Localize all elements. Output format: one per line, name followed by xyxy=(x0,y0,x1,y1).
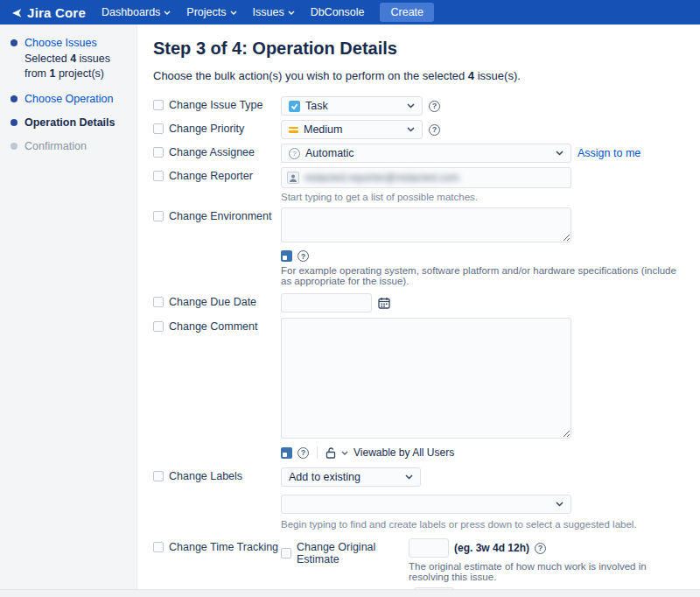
step-bullet-icon xyxy=(10,95,18,102)
assignee-select[interactable]: ? Automatic xyxy=(281,144,571,163)
environment-textarea[interactable] xyxy=(281,207,571,242)
jira-logo-icon: ➤ xyxy=(12,7,22,18)
nav-dbconsole-label: DbConsole xyxy=(311,6,365,18)
change-assignee-checkbox[interactable] xyxy=(153,147,164,158)
row-change-original-estimate: Change Original Estimate (eg. 3w 4d 12h)… xyxy=(281,538,679,582)
row-change-issue-type: Change Issue Type Task ? xyxy=(153,96,679,116)
step-choose-operation: Choose Operation xyxy=(10,93,130,105)
chevron-down-icon xyxy=(405,474,413,480)
labels-picker-select[interactable] xyxy=(281,495,571,514)
step-bullet-icon xyxy=(10,119,18,126)
task-type-icon xyxy=(289,101,300,112)
change-due-date-checkbox[interactable] xyxy=(153,297,164,307)
step-confirmation: Confirmation xyxy=(10,140,130,152)
change-labels-checkbox[interactable] xyxy=(153,471,164,481)
assignee-value: Automatic xyxy=(305,147,550,159)
change-issue-type-checkbox[interactable] xyxy=(153,100,164,110)
change-time-tracking-checkbox[interactable] xyxy=(153,542,164,552)
issue-type-select[interactable]: Task xyxy=(281,96,423,116)
change-priority-checkbox[interactable] xyxy=(153,123,164,134)
nav-dbconsole[interactable]: DbConsole xyxy=(311,6,365,18)
change-issue-type-label: Change Issue Type xyxy=(169,99,262,111)
priority-select[interactable]: Medium xyxy=(281,120,423,139)
horizontal-scrollbar[interactable] xyxy=(0,589,700,597)
due-date-input[interactable] xyxy=(281,293,372,313)
brand-label: Jira Core xyxy=(27,5,86,20)
user-avatar-icon xyxy=(287,172,299,184)
change-reporter-checkbox[interactable] xyxy=(153,171,164,181)
assign-to-me-link[interactable]: Assign to me xyxy=(578,147,640,159)
calendar-icon[interactable] xyxy=(378,297,390,309)
help-icon[interactable]: ? xyxy=(429,101,440,112)
change-environment-label: Change Environment xyxy=(169,210,271,222)
step-choose-issues: Choose Issues Selected 4 issues from 1 p… xyxy=(10,37,130,81)
help-icon[interactable]: ? xyxy=(298,250,309,262)
help-icon[interactable]: ? xyxy=(429,124,440,136)
labels-hint: Begin typing to find and create labels o… xyxy=(281,519,637,530)
chevron-down-icon xyxy=(164,11,171,15)
chevron-down-icon[interactable] xyxy=(341,451,348,455)
change-comment-label: Change Comment xyxy=(169,320,257,333)
step-operation-details: Operation Details xyxy=(10,116,130,129)
row-change-priority: Change Priority Medium ? xyxy=(153,120,679,139)
main-content: Step 3 of 4: Operation Details Choose th… xyxy=(137,25,700,589)
app-brand[interactable]: ➤ Jira Core xyxy=(12,5,86,20)
change-assignee-label: Change Assignee xyxy=(169,146,255,158)
step-bullet-icon xyxy=(10,39,18,46)
row-change-reporter: Change Reporter redacted.reporter@redact… xyxy=(153,167,679,202)
original-estimate-input[interactable] xyxy=(409,538,449,558)
issue-type-value: Task xyxy=(305,100,402,112)
nav-projects-label: Projects xyxy=(186,6,226,18)
labels-mode-select[interactable]: Add to existing xyxy=(281,467,421,487)
step-choose-operation-link[interactable]: Choose Operation xyxy=(24,93,113,105)
step-confirmation-label: Confirmation xyxy=(24,140,87,152)
help-icon[interactable]: ? xyxy=(298,447,309,459)
change-priority-label: Change Priority xyxy=(169,123,244,135)
change-comment-checkbox[interactable] xyxy=(153,321,164,332)
reporter-input[interactable]: redacted.reporter@redacted.com xyxy=(281,167,571,188)
change-reporter-label: Change Reporter xyxy=(169,170,253,182)
change-environment-checkbox[interactable] xyxy=(153,211,164,221)
step-choose-issues-link[interactable]: Choose Issues xyxy=(24,37,97,49)
original-estimate-example: (eg. 3w 4d 12h) xyxy=(454,542,529,554)
change-due-date-label: Change Due Date xyxy=(169,296,256,308)
wizard-steps-sidebar: Choose Issues Selected 4 issues from 1 p… xyxy=(0,25,137,589)
wiki-renderer-icon[interactable] xyxy=(281,250,292,262)
change-original-estimate-checkbox[interactable] xyxy=(281,548,291,558)
row-change-labels: Change Labels Add to existing Begin typi… xyxy=(153,467,679,530)
wiki-renderer-icon[interactable] xyxy=(281,447,292,459)
comment-textarea[interactable] xyxy=(281,318,571,439)
divider xyxy=(317,446,318,459)
chevron-down-icon xyxy=(407,103,415,109)
reporter-hint: Start typing to get a list of possible m… xyxy=(281,192,571,202)
row-change-assignee: Change Assignee ? Automatic Assign to me xyxy=(153,144,679,163)
comment-visibility-label: Viewable by All Users xyxy=(354,446,454,459)
environment-hint: For example operating system, software p… xyxy=(281,265,679,286)
original-estimate-hint: The original estimate of how much work i… xyxy=(409,561,679,582)
chevron-down-icon xyxy=(556,151,564,156)
reporter-value-redacted: redacted.reporter@redacted.com xyxy=(304,172,459,184)
change-time-tracking-label: Change Time Tracking xyxy=(169,541,278,553)
create-button[interactable]: Create xyxy=(380,3,434,22)
nav-projects[interactable]: Projects xyxy=(186,6,236,18)
priority-medium-icon xyxy=(289,127,298,133)
nav-issues[interactable]: Issues xyxy=(253,6,295,18)
unlock-icon[interactable] xyxy=(326,447,336,459)
change-original-estimate-label: Change Original Estimate xyxy=(297,541,409,565)
step-bullet-icon xyxy=(10,143,18,150)
page-title: Step 3 of 4: Operation Details xyxy=(153,39,679,59)
top-navigation: ➤ Jira Core Dashboards Projects Issues D… xyxy=(0,0,700,25)
nav-dashboards-label: Dashboards xyxy=(102,6,160,18)
row-change-due-date: Change Due Date xyxy=(153,293,679,313)
step-operation-details-label: Operation Details xyxy=(24,116,116,129)
change-labels-label: Change Labels xyxy=(169,470,242,482)
chevron-down-icon xyxy=(556,502,564,507)
step-choose-issues-summary: Selected 4 issues from 1 project(s) xyxy=(24,52,130,81)
labels-mode-value: Add to existing xyxy=(289,471,400,483)
help-icon[interactable]: ? xyxy=(535,543,546,554)
automatic-assignee-icon: ? xyxy=(289,148,300,159)
row-change-environment: Change Environment ? For example operati… xyxy=(153,207,679,286)
nav-issues-label: Issues xyxy=(253,6,284,18)
nav-dashboards[interactable]: Dashboards xyxy=(102,6,171,18)
chevron-down-icon xyxy=(407,127,415,132)
